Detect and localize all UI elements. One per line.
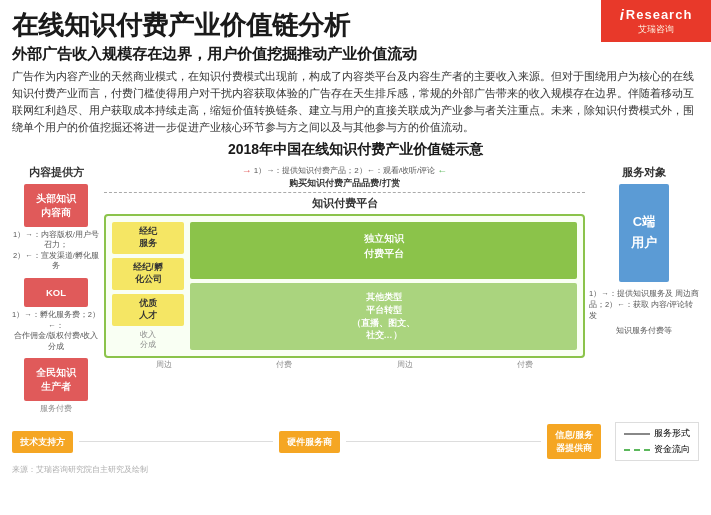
legend-dashed-line (624, 449, 650, 451)
diagram-section: 2018年中国在线知识付费产业价值链示意 内容提供方 头部知识内容商 1）→：内… (12, 141, 699, 475)
head-knowledge-box: 头部知识内容商 (24, 184, 88, 227)
hardware-provider-box: 硬件服务商 (279, 431, 340, 454)
knowledge-pay-tag: 知识服务付费等 (616, 326, 672, 336)
platform-label: 知识付费平台 (104, 196, 585, 211)
independent-platform-box: 独立知识付费平台 (190, 222, 577, 279)
right-area: 服务对象 C端用户 1）→：提供知识服务及 周边商品；2）←：获取 内容/评论转… (589, 165, 699, 335)
bottom-support-row: 技术支持方 硬件服务商 信息/服务器提供商 服务形式 资金流向 (12, 422, 699, 461)
revenue-share-tag: 收入分成 (112, 330, 184, 350)
legend-money-item: 资金流向 (624, 443, 690, 456)
purchase-row: 购买知识付费产品品费/打赏 (104, 178, 585, 193)
mediator-talent-box: 优质人才 (112, 294, 184, 326)
mediator-company-box: 经纪/孵化公司 (112, 258, 184, 290)
logo-cn: 艾瑞咨询 (638, 23, 674, 36)
logo-research: Research (626, 7, 693, 22)
all-knowledge-box: 全民知识生产者 (24, 358, 88, 401)
logo-i: i (620, 6, 624, 23)
service-pay-tag: 服务付费 (40, 404, 72, 415)
right-arrow-annotation: 1）→：提供知识服务及 周边商品；2）←：获取 内容/评论转发 (589, 288, 699, 322)
left-column: 内容提供方 头部知识内容商 1）→：内容版权/用户号召力；2）←：宣发渠道/孵化… (12, 165, 100, 416)
main-title: 在线知识付费产业价值链分析 (12, 10, 699, 41)
top-arrow-row: → 1）→：提供知识付费产品；2）←：观看/收听/评论 ← (104, 165, 585, 176)
spacer-line2 (346, 441, 540, 442)
peripheral-tag2: 周边 (397, 360, 413, 370)
body-text: 广告作为内容产业的天然商业模式，在知识付费模式出现前，构成了内容类平台及内容生产… (12, 68, 699, 135)
legend-service-label: 服务形式 (654, 427, 690, 440)
kol-arrow-annotation: 1）→：孵化服务费；2）←：合作佣金/版权付费/收入分成 (12, 310, 100, 352)
top-arrow-text: 1）→：提供知识付费产品；2）←：观看/收听/评论 (254, 165, 435, 176)
logo-area: i Research 艾瑞咨询 (601, 0, 711, 42)
spacer-line1 (79, 441, 273, 442)
head-arrow-annotation: 1）→：内容版权/用户号召力；2）←：宣发渠道/孵化服务 (12, 230, 100, 272)
c-user-box: C端用户 (619, 184, 669, 282)
platform-box: 经纪服务 经纪/孵化公司 优质人才 收入分成 独立知识付费平台 其他类型平台转型… (104, 214, 585, 357)
platform-boxes-col: 独立知识付费平台 其他类型平台转型（直播、图文、社交…） (190, 222, 577, 349)
right-col-label: 服务对象 (622, 165, 666, 180)
legend-solid-line (624, 433, 650, 435)
legend-service-item: 服务形式 (624, 427, 690, 440)
legend-box: 服务形式 资金流向 (615, 422, 699, 461)
page-wrapper: i Research 艾瑞咨询 在线知识付费产业价值链分析 外部广告收入规模存在… (0, 0, 711, 515)
footnote: 来源：艾瑞咨询研究院自主研究及绘制 (12, 465, 699, 475)
mediator-col: 经纪服务 经纪/孵化公司 优质人才 收入分成 (112, 222, 184, 349)
tech-support-box: 技术支持方 (12, 431, 73, 454)
bottom-tags-row: 周边 付费 周边 付费 (104, 360, 585, 370)
diagram-title: 2018年中国在线知识付费产业价值链示意 (228, 141, 483, 159)
center-area: → 1）→：提供知识付费产品；2）←：观看/收听/评论 ← 购买知识付费产品品费… (104, 165, 585, 369)
mediator-service-box: 经纪服务 (112, 222, 184, 254)
left-col-label: 内容提供方 (29, 165, 84, 180)
pay-tag2: 付费 (517, 360, 533, 370)
info-provider-box: 信息/服务器提供商 (547, 424, 602, 459)
other-platform-box: 其他类型平台转型（直播、图文、社交…） (190, 283, 577, 349)
peripheral-tag1: 周边 (156, 360, 172, 370)
sub-title: 外部广告收入规模存在边界，用户价值挖掘推动产业价值流动 (12, 43, 699, 64)
kol-box: KOL (24, 278, 88, 307)
legend-money-label: 资金流向 (654, 443, 690, 456)
pay-tag1: 付费 (276, 360, 292, 370)
